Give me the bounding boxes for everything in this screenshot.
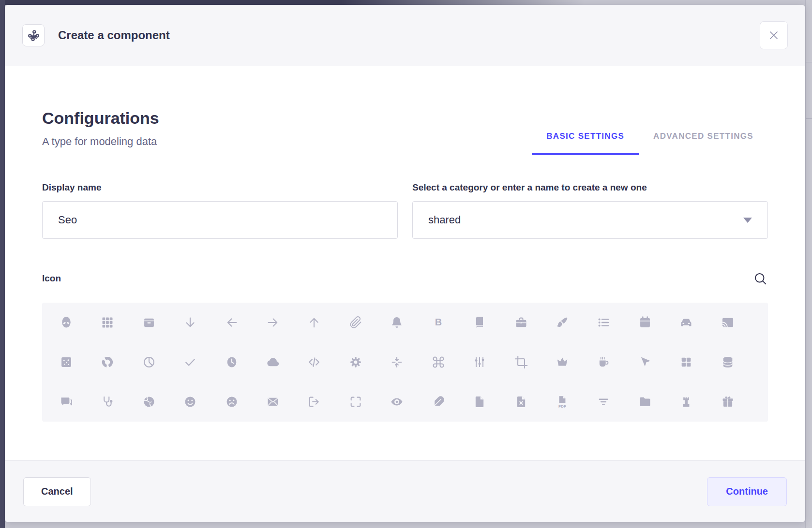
display-name-field: Display name	[42, 182, 398, 239]
tab-advanced-settings[interactable]: ADVANCED SETTINGS	[639, 132, 768, 155]
icon-label: Icon	[42, 273, 61, 284]
tab-basic-settings[interactable]: BASIC SETTINGS	[532, 132, 639, 155]
modal-header: Create a component	[5, 5, 805, 66]
page-title: Configurations	[42, 109, 159, 128]
fields-row: Display name Select a category or enter …	[42, 182, 768, 239]
envelop-icon[interactable]	[266, 395, 280, 409]
category-select-value: shared	[428, 214, 461, 226]
alien-icon[interactable]	[60, 316, 73, 329]
category-label: Select a category or enter a name to cre…	[412, 182, 768, 193]
svg-text:B: B	[435, 317, 442, 327]
filter-icon[interactable]	[597, 395, 610, 409]
icon-section: Icon BPDF	[42, 271, 768, 422]
icon-grid: BPDF	[42, 303, 768, 422]
connector-icon[interactable]	[473, 355, 486, 369]
close-button[interactable]	[760, 21, 788, 49]
discuss-icon[interactable]	[60, 395, 73, 409]
section-head: Configurations A type for modeling data …	[42, 109, 768, 154]
briefcase-icon[interactable]	[514, 316, 528, 329]
file-icon[interactable]	[473, 395, 486, 409]
emotion-happy-icon[interactable]	[183, 395, 197, 409]
display-name-label: Display name	[42, 182, 398, 193]
feather-icon[interactable]	[432, 395, 445, 409]
cog-icon[interactable]	[349, 355, 362, 369]
file-pdf-icon[interactable]: PDF	[556, 395, 569, 409]
eye-icon[interactable]	[390, 395, 404, 409]
car-icon[interactable]	[679, 316, 693, 329]
doctor-icon[interactable]	[101, 395, 114, 409]
settings-tabs: BASIC SETTINGS ADVANCED SETTINGS	[532, 132, 768, 155]
clock-icon[interactable]	[225, 355, 239, 369]
arrow-up-icon[interactable]	[307, 316, 321, 329]
chart-circle-icon[interactable]	[101, 355, 114, 369]
database-icon[interactable]	[721, 355, 735, 369]
bold-icon[interactable]: B	[432, 316, 445, 329]
chart-pie-icon[interactable]	[142, 355, 156, 369]
calendar-icon[interactable]	[638, 316, 652, 329]
svg-text:PDF: PDF	[558, 404, 566, 409]
arrow-right-icon[interactable]	[266, 316, 280, 329]
modal-footer: Cancel Continue	[5, 460, 805, 522]
component-icon	[22, 24, 45, 46]
archive-icon[interactable]	[142, 316, 156, 329]
cursor-icon[interactable]	[638, 355, 652, 369]
chevron-down-icon	[743, 218, 752, 223]
code-icon[interactable]	[307, 355, 321, 369]
crop-icon[interactable]	[514, 355, 528, 369]
icon-grid-row	[54, 342, 756, 382]
brush-icon[interactable]	[556, 316, 569, 329]
dashboard-icon[interactable]	[679, 355, 693, 369]
command-icon[interactable]	[432, 355, 445, 369]
icon-grid-row: PDF	[54, 382, 756, 422]
backdrop-left	[0, 0, 5, 528]
bullet-list-icon[interactable]	[597, 316, 610, 329]
modal-body: Configurations A type for modeling data …	[5, 66, 805, 422]
exit-icon[interactable]	[307, 395, 321, 409]
cast-icon[interactable]	[721, 316, 735, 329]
icon-grid-row: B	[54, 303, 756, 342]
modal-title: Create a component	[58, 29, 170, 42]
backdrop-top	[0, 0, 812, 5]
category-field: Select a category or enter a name to cre…	[412, 182, 768, 239]
continue-button[interactable]: Continue	[707, 477, 787, 506]
chart-bubble-icon[interactable]	[60, 355, 73, 369]
expand-icon[interactable]	[349, 395, 362, 409]
page-scrollbar[interactable]	[805, 0, 812, 528]
collapse-icon[interactable]	[390, 355, 404, 369]
crown-icon[interactable]	[556, 355, 569, 369]
display-name-input[interactable]	[58, 214, 382, 226]
create-component-modal: Create a component Configurations A type…	[5, 5, 805, 522]
search-icon[interactable]	[752, 271, 768, 286]
page-subtitle: A type for modeling data	[42, 135, 159, 148]
check-icon[interactable]	[183, 355, 197, 369]
earth-icon[interactable]	[142, 395, 156, 409]
gate-icon[interactable]	[679, 395, 693, 409]
arrow-left-icon[interactable]	[225, 316, 239, 329]
gift-icon[interactable]	[721, 395, 735, 409]
cup-icon[interactable]	[597, 355, 610, 369]
file-error-icon[interactable]	[514, 395, 528, 409]
cloud-icon[interactable]	[266, 355, 280, 369]
bell-icon[interactable]	[390, 316, 404, 329]
folder-icon[interactable]	[638, 395, 652, 409]
emotion-unhappy-icon[interactable]	[225, 395, 239, 409]
cancel-button[interactable]: Cancel	[23, 477, 91, 506]
category-select[interactable]: shared	[412, 201, 768, 239]
apps-icon[interactable]	[101, 316, 114, 329]
arrow-down-icon[interactable]	[183, 316, 197, 329]
book-icon[interactable]	[473, 316, 486, 329]
attachment-icon[interactable]	[349, 316, 362, 329]
